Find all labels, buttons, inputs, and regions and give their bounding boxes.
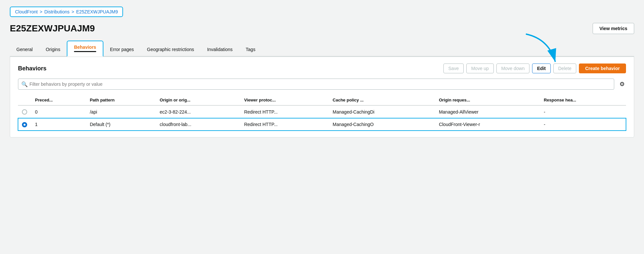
view-metrics-button[interactable]: View metrics [593, 23, 634, 34]
page-title: E25ZEXWJPUAJM9 [10, 23, 95, 34]
tab-error-pages[interactable]: Error pages [103, 44, 140, 56]
row-radio-0[interactable] [18, 105, 31, 118]
tab-tags[interactable]: Tags [239, 44, 262, 56]
settings-icon-button[interactable]: ⚙ [618, 79, 626, 89]
page-header: E25ZEXWJPUAJM9 View metrics [10, 23, 634, 34]
breadcrumb-cloudfront[interactable]: CloudFront [15, 9, 38, 14]
col-viewer-protocol: Viewer protoc... [240, 95, 329, 105]
move-down-button[interactable]: Move down [496, 64, 530, 73]
row-origin-request-0: Managed-AllViewer [435, 105, 540, 118]
row-precedence-0: 0 [31, 105, 86, 118]
col-response-header: Response hea... [540, 95, 626, 105]
radio-selected-1[interactable] [22, 122, 27, 127]
row-origin-0: ec2-3-82-224... [156, 105, 240, 118]
table-row[interactable]: 0 /api ec2-3-82-224... Redirect HTTP... … [18, 105, 626, 118]
col-path-pattern: Path pattern [86, 95, 156, 105]
tab-behaviors[interactable]: Behaviors [67, 41, 103, 57]
row-origin-request-1: CloudFront-Viewer-r [435, 118, 540, 131]
row-viewer-protocol-0: Redirect HTTP... [240, 105, 329, 118]
table-row[interactable]: 1 Default (*) cloudfront-lab... Redirect… [18, 118, 626, 131]
tabs-bar: General Origins Behaviors Error pages Ge… [10, 41, 634, 57]
tab-geographic-restrictions[interactable]: Geographic restrictions [140, 44, 201, 56]
delete-button[interactable]: Delete [553, 64, 576, 73]
content-card: Behaviors Save Move up Move down [10, 57, 634, 137]
col-origin: Origin or orig... [156, 95, 240, 105]
row-radio-1[interactable] [18, 118, 31, 131]
row-cache-policy-0: Managed-CachingDi [329, 105, 435, 118]
row-response-header-0: - [540, 105, 626, 118]
create-behavior-button[interactable]: Create behavior [579, 64, 626, 73]
breadcrumb-sep-2: > [71, 9, 74, 14]
row-precedence-1: 1 [31, 118, 86, 131]
section-title: Behaviors [18, 65, 46, 72]
tab-invalidations[interactable]: Invalidations [201, 44, 239, 56]
radio-unselected-0[interactable] [22, 109, 27, 115]
col-radio [18, 95, 31, 105]
row-viewer-protocol-1: Redirect HTTP... [240, 118, 329, 131]
save-button[interactable]: Save [443, 64, 464, 73]
filter-bar: 🔍 ⚙ [18, 79, 626, 90]
col-cache-policy: Cache policy ... [329, 95, 435, 105]
row-path-1: Default (*) [86, 118, 156, 131]
filter-input-wrapper: 🔍 [18, 79, 614, 90]
table-header-row: Preced... Path pattern Origin or orig...… [18, 95, 626, 105]
breadcrumb-distributions[interactable]: Distributions [44, 9, 69, 14]
search-icon: 🔍 [21, 81, 28, 87]
row-origin-1: cloudfront-lab... [156, 118, 240, 131]
col-precedence: Preced... [31, 95, 86, 105]
move-up-button[interactable]: Move up [466, 64, 494, 73]
actions-group: Save Move up Move down Edit D [443, 64, 626, 73]
tab-origins[interactable]: Origins [39, 44, 67, 56]
behaviors-table: Preced... Path pattern Origin or orig...… [18, 95, 626, 131]
row-path-0: /api [86, 105, 156, 118]
row-cache-policy-1: Managed-CachingO [329, 118, 435, 131]
breadcrumb: CloudFront > Distributions > E25ZEXWJPUA… [10, 7, 123, 17]
section-header: Behaviors Save Move up Move down [18, 64, 626, 73]
tab-general[interactable]: General [10, 44, 39, 56]
breadcrumb-distribution-id[interactable]: E25ZEXWJPUAJM9 [76, 9, 118, 14]
edit-button[interactable]: Edit [532, 64, 550, 73]
breadcrumb-sep-1: > [40, 9, 42, 14]
filter-input[interactable] [18, 79, 614, 90]
col-origin-request: Origin reques... [435, 95, 540, 105]
row-response-header-1: - [540, 118, 626, 131]
